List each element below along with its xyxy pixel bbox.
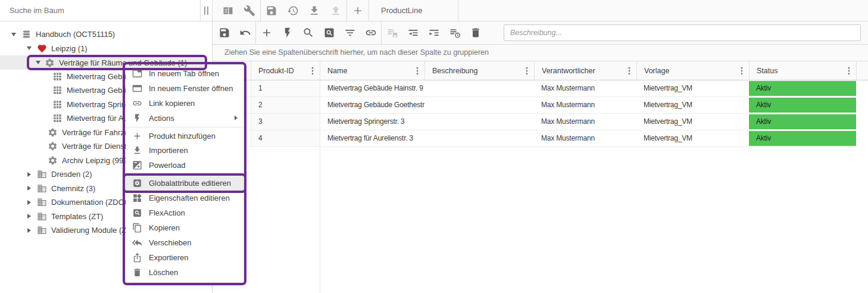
caret-right-icon[interactable] xyxy=(21,172,37,177)
undo-button[interactable] xyxy=(235,21,255,44)
link-icon xyxy=(132,98,142,108)
save-button[interactable] xyxy=(261,0,282,21)
floppy-icon xyxy=(266,5,277,17)
column-header-beschreibung[interactable]: Beschreibung xyxy=(424,61,534,80)
column-header-verantwortlicher[interactable]: Verantwortlicher xyxy=(534,61,636,80)
tree-item-leipzig-1[interactable]: Leipzig (1) xyxy=(0,42,201,56)
delete-row-button[interactable] xyxy=(465,21,486,44)
powerload-icon xyxy=(132,160,142,170)
column-menu-icon[interactable] xyxy=(522,66,532,76)
gear-icon xyxy=(48,57,58,67)
building-icon xyxy=(37,197,47,207)
menu-separator xyxy=(126,127,243,127)
building-icon xyxy=(37,211,47,222)
import-button[interactable] xyxy=(304,0,325,21)
column-header-vorlage[interactable]: Vorlage xyxy=(636,61,749,80)
copy-icon xyxy=(132,223,142,233)
menu-item-eigenschaften-editieren[interactable]: Eigenschaften editieren xyxy=(126,191,243,205)
undo-icon xyxy=(239,27,251,39)
download-icon xyxy=(132,145,142,155)
save-view-button[interactable] xyxy=(382,21,402,44)
menu-item-powerload[interactable]: Powerload xyxy=(126,158,243,173)
menu-item-label: Powerload xyxy=(149,161,185,170)
status-badge: Aktiv xyxy=(749,131,856,146)
menu-item-verschieben[interactable]: Verschieben xyxy=(126,235,243,250)
cell-verantwortlicher: Max Mustermann xyxy=(534,130,636,147)
column-menu-icon[interactable] xyxy=(308,66,317,76)
caret-right-icon[interactable] xyxy=(21,214,37,219)
search-button[interactable] xyxy=(298,21,319,44)
menu-item-l-schen[interactable]: Löschen xyxy=(126,265,243,280)
table-row[interactable]: 2Mietvertrag Gebäude Goethestr. 1Max Mus… xyxy=(213,97,868,114)
flex-search-button[interactable] xyxy=(319,21,339,44)
move-icon xyxy=(132,238,142,248)
splitter-handle[interactable] xyxy=(201,0,212,21)
menu-item-kopieren[interactable]: Kopieren xyxy=(126,220,243,235)
menu-item-in-neuem-tab-ffnen[interactable]: In neuem Tab öffnen xyxy=(126,66,243,81)
cell-produkt_id: 3 xyxy=(251,114,320,130)
description-input[interactable] xyxy=(504,24,861,41)
menu-item-importieren[interactable]: Importieren xyxy=(126,143,243,158)
description-field xyxy=(504,24,861,41)
column-header-label: Beschreibung xyxy=(432,67,477,75)
table-row[interactable]: 1Mietvertrag Gebäude Hainstr. 9Max Muste… xyxy=(213,80,868,97)
menu-item-exportieren[interactable]: Exportieren xyxy=(126,250,243,265)
export-button[interactable] xyxy=(325,0,346,21)
caret-down-icon[interactable] xyxy=(21,46,37,50)
save-button[interactable] xyxy=(214,21,235,44)
gear-box-icon xyxy=(132,178,142,188)
tree-item-label: Chemnitz (3) xyxy=(51,184,95,193)
menu-item-flexaction[interactable]: FlexAction xyxy=(126,205,243,220)
link-button[interactable] xyxy=(360,21,381,44)
group-by-bar[interactable]: Ziehen Sie eine Spaltenüberschrift hierh… xyxy=(213,45,868,61)
menu-item-globalattribute-editieren[interactable]: Globalattribute editieren xyxy=(126,176,243,191)
filter-button[interactable] xyxy=(339,21,360,44)
table-row[interactable]: 3Mietvertrag Springerstr. 3Max Musterman… xyxy=(213,114,868,130)
cell-vorlage: Mietvertrag_VM xyxy=(636,114,749,130)
search-box-icon xyxy=(323,27,335,39)
caret-down-icon[interactable] xyxy=(32,61,48,64)
cell-vorlage: Mietvertrag_VM xyxy=(636,97,749,114)
link-icon xyxy=(365,27,377,39)
menu-item-produkt-hinzuf-gen[interactable]: Produkt hinzufügen xyxy=(126,129,243,144)
column-header-status[interactable]: Status xyxy=(749,61,856,80)
menu-item-actions[interactable]: Actions xyxy=(126,111,243,126)
actions-button[interactable] xyxy=(277,21,298,44)
caret-right-icon[interactable] xyxy=(21,228,37,233)
caret-down-icon[interactable] xyxy=(6,33,21,36)
menu-item-label: Kopieren xyxy=(149,223,180,232)
column-header-produkt-id[interactable]: Produkt-ID xyxy=(251,61,320,80)
menu-item-label: Globalattribute editieren xyxy=(149,179,231,188)
column-menu-icon[interactable] xyxy=(737,66,747,76)
caret-right-icon[interactable] xyxy=(21,200,37,205)
database-icon xyxy=(21,29,32,39)
building-icon xyxy=(37,169,47,179)
menu-separator xyxy=(126,174,243,174)
column-menu-icon[interactable] xyxy=(413,66,422,76)
tree-item-handbuch-oct51115[interactable]: Handbuch (OCT51115) xyxy=(0,27,201,42)
column-header-label: Status xyxy=(757,67,778,75)
bolt-icon xyxy=(282,27,294,39)
trash-icon xyxy=(470,27,482,39)
column-menu-icon[interactable] xyxy=(625,66,634,76)
column-header-name[interactable]: Name xyxy=(320,61,424,80)
menu-item-link-kopieren[interactable]: Link kopieren xyxy=(126,96,243,111)
menu-item-in-neuem-fenster-ffnen[interactable]: In neuem Fenster öffnen xyxy=(126,81,243,96)
tree-search-input[interactable] xyxy=(0,6,200,15)
add-row-button[interactable] xyxy=(256,21,277,44)
admin-tools-button[interactable] xyxy=(239,0,260,21)
toggle-panel-button[interactable] xyxy=(217,0,239,21)
caret-right-icon[interactable] xyxy=(21,186,37,191)
trash-icon xyxy=(132,267,142,278)
column-menu-icon[interactable] xyxy=(844,66,854,76)
tab-productline[interactable]: ProductLine xyxy=(369,0,458,21)
header-filler xyxy=(856,61,868,80)
history-button[interactable] xyxy=(282,0,304,21)
add-tab-button[interactable] xyxy=(347,0,369,21)
collapse-columns-button[interactable] xyxy=(402,21,423,44)
view-history-button[interactable] xyxy=(444,21,465,44)
widgets-icon xyxy=(132,193,142,203)
wrench-icon xyxy=(243,5,255,17)
table-row[interactable]: 4Mietvertrag für Aurelienstr. 3Max Muste… xyxy=(213,130,868,147)
expand-columns-button[interactable] xyxy=(423,21,444,44)
